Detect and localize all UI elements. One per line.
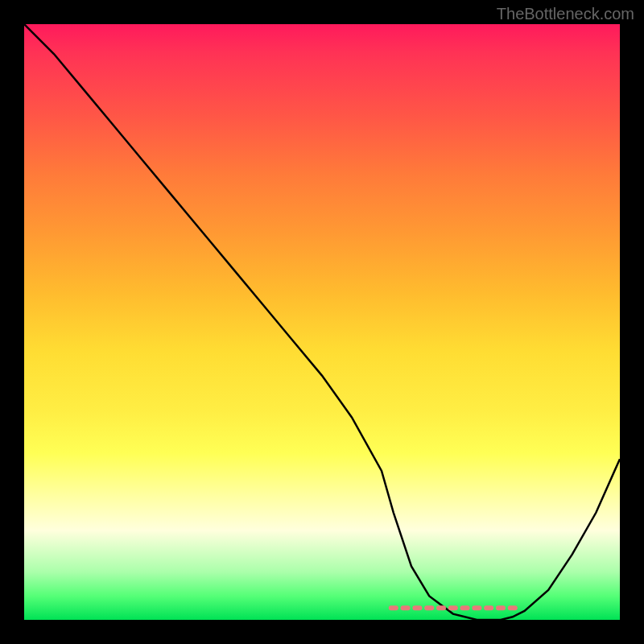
marker-dash: [460, 605, 470, 610]
marker-dash: [436, 605, 446, 610]
marker-dash: [472, 605, 481, 610]
highlight-markers: [389, 605, 518, 610]
marker-dash: [401, 605, 411, 610]
marker-dash: [496, 605, 506, 610]
watermark-text: TheBottleneck.com: [497, 5, 634, 23]
marker-dash: [412, 605, 422, 610]
bottleneck-curve: [24, 24, 620, 620]
marker-dash: [389, 605, 398, 610]
marker-dash: [508, 605, 518, 610]
marker-dash: [448, 605, 458, 610]
chart-container: [24, 24, 620, 620]
marker-dash: [484, 605, 493, 610]
marker-dash: [424, 605, 434, 610]
curve-overlay: [24, 24, 620, 620]
